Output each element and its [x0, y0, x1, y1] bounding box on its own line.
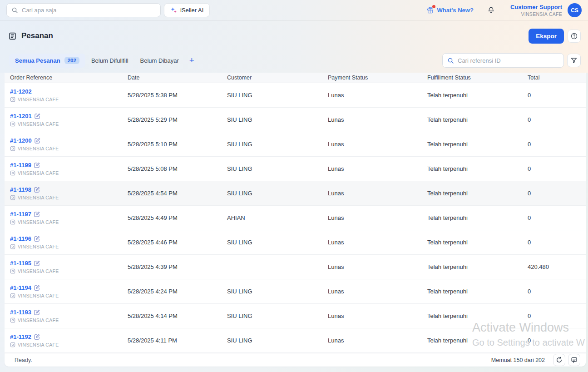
- global-search[interactable]: [6, 3, 161, 17]
- order-reference-link[interactable]: #1-1198: [10, 186, 31, 193]
- table-row[interactable]: #1-1201 VINSENSIA CAFE 5/28/2025 5:29 PM…: [5, 108, 586, 132]
- order-reference-cell: #1-1192 VINSENSIA CAFE: [10, 333, 128, 347]
- date-cell: 5/28/2025 4:11 PM: [128, 337, 227, 344]
- order-reference-cell: #1-1201 VINSENSIA CAFE: [10, 113, 128, 127]
- page-title: Pesanan: [21, 31, 53, 40]
- order-reference-link[interactable]: #1-1193: [10, 309, 31, 316]
- table-row[interactable]: #1-1196 VINSENSIA CAFE 5/28/2025 4:46 PM…: [5, 230, 586, 255]
- store-label: VINSENSIA CAFE: [18, 293, 59, 298]
- edit-order-icon[interactable]: [35, 138, 40, 144]
- order-reference-link[interactable]: #1-1201: [10, 113, 32, 119]
- date-cell: 5/28/2025 5:08 PM: [128, 165, 227, 172]
- store-label: VINSENSIA CAFE: [18, 146, 59, 151]
- edit-order-icon[interactable]: [34, 162, 40, 168]
- column-header-total[interactable]: Total: [528, 74, 586, 81]
- add-tab-button[interactable]: +: [185, 55, 199, 65]
- whats-new-button[interactable]: What's New?: [426, 6, 474, 14]
- table-row[interactable]: #1-1200 VINSENSIA CAFE 5/28/2025 5:10 PM…: [5, 132, 586, 157]
- fulfillment-status-cell: Telah terpenuhi: [427, 337, 528, 344]
- date-cell: 5/28/2025 5:29 PM: [128, 116, 227, 123]
- customer-cell: SIU LING: [227, 239, 328, 246]
- customer-cell: AHIAN: [227, 214, 328, 221]
- edit-order-icon[interactable]: [34, 187, 40, 193]
- table-row[interactable]: #1-1198 VINSENSIA CAFE 5/28/2025 4:54 PM…: [5, 181, 586, 206]
- search-icon: [447, 57, 454, 64]
- reference-search[interactable]: [442, 53, 564, 68]
- edit-order-icon[interactable]: [34, 309, 40, 315]
- total-cell: 0: [528, 312, 586, 319]
- column-header-order-reference[interactable]: Order Reference: [10, 74, 128, 81]
- table-row[interactable]: #1-1199 VINSENSIA CAFE 5/28/2025 5:08 PM…: [5, 157, 586, 181]
- table-row[interactable]: #1-1194 VINSENSIA CAFE 5/28/2025 4:24 PM…: [5, 279, 586, 304]
- order-reference-cell: #1-1194 VINSENSIA CAFE: [10, 284, 128, 298]
- edit-order-icon[interactable]: [34, 211, 40, 217]
- customer-cell: SIU LING: [227, 312, 328, 319]
- payment-status-cell: Lunas: [328, 92, 427, 99]
- order-reference-link[interactable]: #1-1192: [10, 333, 31, 340]
- refresh-button[interactable]: [553, 354, 565, 366]
- tab-label: Belum Difullfill: [91, 57, 128, 64]
- notes-panel-button[interactable]: [568, 354, 580, 366]
- title-row: Pesanan Ekspor: [0, 21, 588, 51]
- help-button[interactable]: [568, 30, 581, 43]
- total-cell: 420.480: [528, 263, 586, 270]
- edit-order-icon[interactable]: [34, 334, 40, 340]
- payment-status-cell: Lunas: [328, 239, 427, 246]
- column-header-fulfillment-status[interactable]: Fulfillment Status: [427, 74, 528, 81]
- order-reference-link[interactable]: #1-1202: [10, 88, 32, 95]
- column-header-payment-status[interactable]: Payment Status: [328, 74, 427, 81]
- date-cell: 5/28/2025 4:46 PM: [128, 239, 227, 246]
- edit-order-icon[interactable]: [34, 285, 40, 291]
- tab-belum-difullfill[interactable]: Belum Difullfill: [85, 54, 134, 68]
- table-row[interactable]: #1-1193 VINSENSIA CAFE 5/28/2025 4:14 PM…: [5, 304, 586, 328]
- global-search-input[interactable]: [22, 7, 156, 14]
- total-cell: 0: [528, 337, 586, 344]
- store-register-icon: [10, 244, 15, 249]
- customer-cell: SIU LING: [227, 288, 328, 295]
- order-reference-link[interactable]: #1-1200: [10, 137, 32, 144]
- tab-belum-dibayar[interactable]: Belum Dibayar: [134, 54, 185, 68]
- table-body: #1-1202 VINSENSIA CAFE 5/28/2025 5:38 PM…: [5, 83, 586, 353]
- reference-search-input[interactable]: [458, 57, 559, 64]
- table-row[interactable]: #1-1202 VINSENSIA CAFE 5/28/2025 5:38 PM…: [5, 83, 586, 108]
- orders-table: Order Reference Date Customer Payment St…: [5, 73, 586, 353]
- fulfillment-status-cell: Telah terpenuhi: [427, 92, 528, 99]
- sparkle-icon: [170, 7, 177, 14]
- store-register-icon: [10, 97, 15, 102]
- export-button[interactable]: Ekspor: [529, 29, 564, 44]
- notification-dot: [432, 5, 435, 8]
- filter-button[interactable]: [567, 54, 581, 67]
- avatar[interactable]: CS: [568, 3, 582, 17]
- fulfillment-status-cell: Telah terpenuhi: [427, 116, 528, 123]
- notifications-bell-icon[interactable]: [487, 6, 495, 14]
- account-menu[interactable]: Customer Support VINSENSIA CAFE: [510, 4, 562, 16]
- table-row[interactable]: #1-1197 VINSENSIA CAFE 5/28/2025 4:49 PM…: [5, 206, 586, 230]
- edit-order-icon[interactable]: [34, 236, 40, 242]
- table-row[interactable]: #1-1195 VINSENSIA CAFE 5/28/2025 4:39 PM…: [5, 255, 586, 279]
- payment-status-cell: Lunas: [328, 263, 427, 270]
- edit-order-icon[interactable]: [35, 113, 40, 119]
- payment-status-cell: Lunas: [328, 337, 427, 344]
- fulfillment-status-cell: Telah terpenuhi: [427, 288, 528, 295]
- tab-semua-pesanan[interactable]: Semua Pesanan 202: [9, 54, 85, 68]
- iseller-ai-button[interactable]: iSeller AI: [164, 3, 210, 17]
- order-reference-link[interactable]: #1-1195: [10, 260, 31, 267]
- order-reference-link[interactable]: #1-1197: [10, 211, 31, 218]
- total-cell: 0: [528, 288, 586, 295]
- fulfillment-status-cell: Telah terpenuhi: [427, 263, 528, 270]
- store-register-icon: [10, 195, 15, 200]
- store-label: VINSENSIA CAFE: [18, 268, 59, 274]
- edit-order-icon[interactable]: [34, 260, 40, 266]
- order-reference-link[interactable]: #1-1194: [10, 284, 31, 291]
- column-header-date[interactable]: Date: [128, 74, 227, 81]
- store-register-icon: [10, 170, 15, 176]
- order-reference-link[interactable]: #1-1196: [10, 235, 31, 242]
- order-reference-link[interactable]: #1-1199: [10, 162, 31, 169]
- tabs-row: Semua Pesanan 202 Belum Difullfill Belum…: [0, 51, 588, 73]
- total-cell: 0: [528, 165, 586, 172]
- table-row[interactable]: #1-1192 VINSENSIA CAFE 5/28/2025 4:11 PM…: [5, 328, 586, 353]
- column-header-customer[interactable]: Customer: [227, 74, 328, 81]
- total-cell: 0: [528, 214, 586, 221]
- tab-label: Belum Dibayar: [140, 57, 179, 64]
- store-label: VINSENSIA CAFE: [18, 97, 59, 102]
